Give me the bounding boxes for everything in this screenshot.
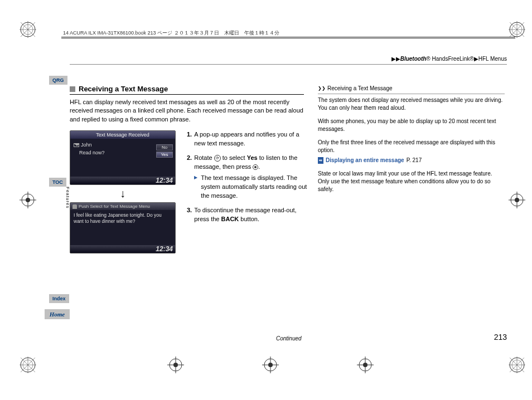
- dial-icon: ⟳: [214, 155, 221, 162]
- sidebar-heading-text: Receiving a Text Message: [327, 85, 393, 92]
- sidebar-p3: Only the first three lines of the receiv…: [318, 139, 505, 154]
- sidebar-heading: ❯❯ Receiving a Text Message: [318, 85, 505, 94]
- step-2-num: 2.: [187, 154, 192, 201]
- step-1-num: 1.: [187, 130, 192, 148]
- step-2-sub: The text message is displayed. The syste…: [194, 174, 309, 201]
- sidebar-p4: State or local laws may limit your use o…: [318, 170, 505, 193]
- screen-message: Push Select for Text Message Menu I feel…: [70, 202, 176, 253]
- hand-icon: [72, 204, 77, 209]
- breadcrumb: ▶▶Bluetooth® HandsFreeLink®▶HFL Menus: [391, 56, 507, 62]
- header-rule2: [61, 38, 515, 38]
- screen-popup: Text Message Received John Read now? No …: [70, 130, 176, 185]
- heading-box-icon: [70, 86, 75, 92]
- step-2: 2. Rotate ⟳ to select Yes to listen to t…: [187, 154, 309, 201]
- screen-popup-title: Text Message Received: [70, 131, 175, 139]
- sidebar-p2: With some phones, you may be able to dis…: [318, 118, 505, 133]
- breadcrumb-bluetooth: Bluetooth: [400, 56, 427, 62]
- footer-continued: Continued: [276, 335, 302, 342]
- reg-mark-tl: [20, 21, 36, 38]
- tab-qrg[interactable]: QRG: [49, 76, 67, 85]
- breadcrumb-hfl: HandsFreeLink: [431, 56, 470, 62]
- sidebar-link[interactable]: ⇨ Displaying an entire message P. 217: [318, 157, 505, 164]
- tab-index[interactable]: Index: [49, 294, 69, 303]
- section-heading-row: Receiving a Text Message: [70, 85, 304, 95]
- tab-toc[interactable]: TOC: [49, 178, 66, 187]
- sidebar-link-text: Displaying an entire message: [326, 157, 404, 164]
- screen-popup-clock: 12:34: [70, 177, 175, 184]
- sidebar-p1: The system does not display any received…: [318, 96, 505, 112]
- step-3-text: To discontinue the message read-out, pre…: [194, 206, 309, 224]
- reg-mark-bm2: [262, 357, 279, 373]
- reg-mark-br: [509, 357, 525, 373]
- envelope-icon: [74, 143, 79, 147]
- reg-mark-mr: [509, 192, 525, 208]
- reg-mark-tr: [509, 21, 525, 38]
- arrow-down-icon: ↓: [70, 187, 176, 200]
- step-2-text: Rotate ⟳ to select Yes to listen to the …: [194, 154, 309, 201]
- breadcrumb-arrow: ▶▶: [391, 56, 400, 62]
- reg-mark-bm1: [167, 357, 184, 373]
- reg-mark-bm3: [357, 357, 374, 373]
- breadcrumb-line: [70, 64, 507, 65]
- header-file-info: 14 ACURA ILX IMA-31TX86100.book 213 ページ …: [63, 30, 279, 37]
- link-icon: ⇨: [318, 157, 323, 164]
- screen-option-yes: Yes: [156, 152, 173, 158]
- reg-mark-ml: [20, 192, 36, 208]
- sidebar-link-page: P. 217: [407, 157, 422, 164]
- step-1: 1. A pop-up appears and notifies you of …: [187, 130, 309, 148]
- screen-message-hint: Push Select for Text Message Menu: [70, 203, 175, 210]
- step-1-text: A pop-up appears and notifies you of a n…: [194, 130, 309, 148]
- screen-option-no: No: [156, 144, 173, 150]
- press-icon: [253, 164, 258, 170]
- reg-mark-bl: [20, 357, 36, 373]
- screen-message-clock: 12:34: [70, 245, 175, 253]
- section-heading: Receiving a Text Message: [79, 85, 168, 93]
- breadcrumb-menus: HFL Menus: [478, 56, 507, 62]
- intro-text: HFL can display newly received text mess…: [70, 98, 304, 124]
- step-3: 3. To discontinue the message read-out, …: [187, 206, 309, 224]
- tab-home[interactable]: Home: [45, 309, 70, 319]
- step-3-num: 3.: [187, 206, 192, 224]
- header-rule: [61, 37, 515, 37]
- footer-page-number: 213: [494, 333, 507, 342]
- screen-message-body: I feel like eating Japanese tonight. Do …: [70, 210, 175, 230]
- sidebar-heading-icon: ❯❯: [318, 85, 326, 91]
